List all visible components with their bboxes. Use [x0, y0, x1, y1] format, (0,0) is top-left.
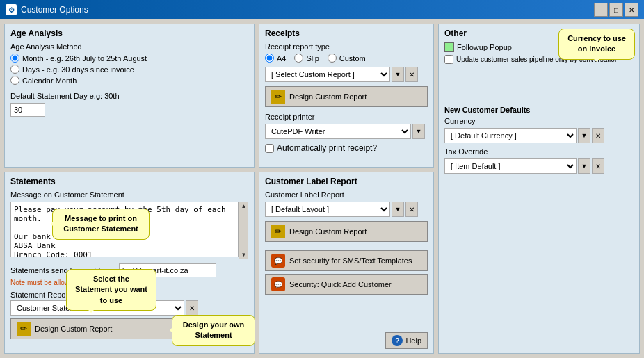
- title-bar-controls: − □ ✕: [594, 3, 638, 17]
- radio-custom[interactable]: Custom: [328, 54, 366, 63]
- minimize-button[interactable]: −: [594, 3, 608, 17]
- age-analysis-title: Age Analysis: [10, 29, 248, 38]
- textarea-scrollbar[interactable]: ▲ ▼: [239, 202, 248, 259]
- receipt-printer-label: Receipt printer: [265, 113, 428, 121]
- help-button[interactable]: ? Help: [385, 332, 428, 349]
- radio-a4[interactable]: A4: [265, 54, 286, 63]
- printer-dropdown-arrow[interactable]: ▼: [412, 124, 425, 139]
- customer-label-sublabel: Customer Label Report: [265, 190, 428, 199]
- label-clear[interactable]: ✕: [405, 202, 418, 217]
- scroll-up-arrow[interactable]: ▲: [240, 202, 248, 211]
- currency-select[interactable]: [ Default Currency ]: [444, 128, 577, 143]
- pipeline-checkbox[interactable]: [444, 55, 453, 64]
- custom-report-select[interactable]: [ Select Custom Report ]: [265, 67, 390, 82]
- title-bar-icon: ⚙: [6, 4, 17, 15]
- report-type-label: Receipt report type: [265, 42, 428, 51]
- title-bar-title: Customer Options: [21, 5, 590, 15]
- msg-label: Message on Customer Statement: [10, 190, 248, 199]
- radio-days[interactable]: Days - e.g. 30 days since invoice: [10, 65, 248, 74]
- age-analysis-panel: Age Analysis Age Analysis Method Month -…: [4, 24, 255, 168]
- printer-select[interactable]: CutePDF Writer: [265, 124, 411, 139]
- design-label-icon: ✏: [271, 225, 285, 238]
- clear-custom-report[interactable]: ✕: [405, 67, 418, 82]
- title-bar: ⚙ Customer Options − □ ✕: [0, 0, 644, 19]
- help-icon: ?: [392, 335, 403, 346]
- middle-bottom-panel: Customer Label Report Customer Label Rep…: [259, 172, 434, 354]
- dropdown-arrow[interactable]: ▼: [392, 67, 404, 82]
- age-method-label: Age Analysis Method: [10, 42, 248, 51]
- tax-override-select[interactable]: [ Item Default ]: [444, 158, 577, 174]
- followup-checkbox[interactable]: [444, 42, 454, 52]
- sms-security-button[interactable]: 💬 Set security for SMS/Text Templates: [265, 250, 428, 271]
- auto-print-checkbox[interactable]: [265, 144, 274, 153]
- sms-section: 💬 Set security for SMS/Text Templates 💬 …: [265, 250, 428, 298]
- design-label-button[interactable]: ✏ Design Custom Report: [265, 221, 428, 242]
- design-receipt-icon: ✏: [271, 90, 285, 104]
- default-day-input[interactable]: [10, 103, 45, 117]
- currency-balloon: Currency to use on invoice: [558, 29, 635, 60]
- maximize-button[interactable]: □: [609, 3, 623, 17]
- quick-add-icon: 💬: [271, 277, 285, 291]
- auto-print-label: Automatically print receipt?: [277, 143, 377, 153]
- stmt-clear[interactable]: ✕: [186, 300, 198, 316]
- message-balloon: Message to print on Customer Statement: [52, 209, 150, 240]
- customer-label-panel: Customer Label Report Customer Label Rep…: [265, 177, 428, 242]
- sms-icon: 💬: [271, 254, 285, 268]
- receipts-panel: Receipts Receipt report type A4 Slip Cus…: [259, 24, 434, 168]
- scroll-down-arrow[interactable]: ▼: [240, 250, 248, 259]
- label-dropdown-arrow[interactable]: ▼: [392, 202, 404, 217]
- quick-add-security-button[interactable]: 💬 Security: Quick Add Customer: [265, 274, 428, 295]
- currency-label: Currency: [444, 117, 634, 125]
- new-customer-defaults-label: New Customer Defaults: [444, 106, 634, 114]
- design-balloon: Design your own Statement: [172, 315, 255, 346]
- currency-clear[interactable]: ✕: [592, 128, 604, 143]
- customer-label-title: Customer Label Report: [265, 177, 428, 186]
- radio-slip[interactable]: Slip: [294, 54, 319, 63]
- select-balloon: Select the Statement you want to use: [66, 269, 156, 311]
- statements-panel: Statements Message on Customer Statement…: [4, 172, 255, 354]
- other-panel: Other Followup Popup Update customer sal…: [438, 24, 640, 354]
- label-report-select[interactable]: [ Default Layout ]: [265, 202, 390, 217]
- design-statement-icon: ✏: [17, 322, 31, 336]
- receipts-title: Receipts: [265, 29, 428, 38]
- radio-month[interactable]: Month - e.g. 26th July to 25th August: [10, 54, 248, 63]
- statements-title: Statements: [10, 177, 248, 186]
- default-day-label: Default Statement Day e.g: 30th: [10, 92, 248, 100]
- currency-dropdown-arrow[interactable]: ▼: [578, 128, 590, 143]
- design-receipt-button[interactable]: ✏ Design Custom Report: [265, 86, 428, 107]
- close-button[interactable]: ✕: [625, 3, 638, 17]
- tax-override-label: Tax Override: [444, 147, 634, 156]
- tax-dropdown-arrow[interactable]: ▼: [578, 158, 590, 174]
- radio-calendar[interactable]: Calendar Month: [10, 76, 248, 85]
- tax-clear[interactable]: ✕: [592, 158, 604, 174]
